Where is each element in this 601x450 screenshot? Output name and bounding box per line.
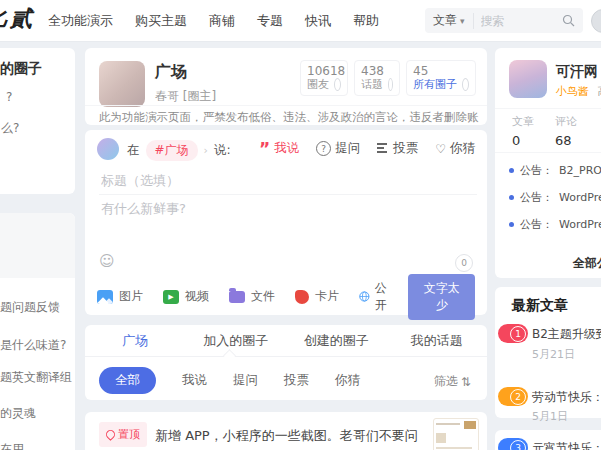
- all-circles-link[interactable]: 所有圈子: [413, 78, 457, 91]
- circle-owner[interactable]: 春哥 [圈主]: [155, 88, 216, 105]
- filter-vote[interactable]: 投票: [284, 372, 309, 389]
- mode-say[interactable]: ”我说: [259, 140, 299, 157]
- list-item[interactable]: 题问题反馈: [0, 299, 60, 316]
- attach-video-button[interactable]: ▶视频: [163, 288, 209, 305]
- stat-articles: 文章 0: [512, 114, 534, 148]
- announcement-text: WordPress B2: [559, 191, 601, 204]
- tab-plaza[interactable]: 广场: [85, 325, 186, 356]
- article-title[interactable]: 元宵节快乐：B2: [532, 440, 601, 450]
- user-avatar[interactable]: [591, 9, 601, 33]
- circles-icon: [462, 78, 469, 91]
- latest-articles-card: 最新文章 1 B2主题升级到 B2_ 5月21日 2 劳动节快乐：B2_ 5月1…: [495, 287, 601, 418]
- post-title-input[interactable]: [99, 166, 477, 195]
- nav-item-shop[interactable]: 商铺: [209, 12, 235, 30]
- sort-dropdown[interactable]: 筛选⇅: [434, 373, 471, 390]
- nav-item-news[interactable]: 快讯: [305, 12, 331, 30]
- filter-ask[interactable]: 提问: [233, 372, 258, 389]
- nav-item-special[interactable]: 专题: [257, 12, 283, 30]
- site-profile-card: 可汗网 小鸟酱 高中 文章 0 评论 68 公告： B2_PRO_3.0.0 公…: [495, 48, 601, 278]
- nav-item-buy-theme[interactable]: 购买主题: [135, 12, 187, 30]
- circle-tag[interactable]: #广场: [146, 140, 198, 161]
- filter-all[interactable]: 全部: [99, 367, 156, 394]
- stat-label: 话题: [361, 78, 383, 91]
- latest-article-item-card[interactable]: 3 元宵节快乐：B2: [495, 430, 601, 450]
- list-item[interactable]: 是什么味道?: [0, 337, 66, 354]
- bullet-icon: [509, 195, 514, 200]
- search-icon[interactable]: [562, 14, 575, 27]
- chevron-down-icon: ▾: [460, 16, 465, 26]
- level-badge: 高中: [598, 85, 601, 98]
- all-announcements-link[interactable]: 全部公告: [573, 255, 601, 272]
- rank-badge: 1: [498, 324, 528, 343]
- list-item[interactable]: 题英文翻译组: [0, 369, 72, 386]
- stat-value: 45: [413, 64, 469, 78]
- filter-guess[interactable]: 你猜: [335, 372, 360, 389]
- bullet-icon: [509, 168, 514, 173]
- rank-badge: 2: [498, 387, 528, 406]
- list-item[interactable]: 的灵魂: [0, 405, 36, 422]
- topic-post-card[interactable]: 置顶新增 APP，小程序的一些截图。老哥们不要问时间了，在抓紧弄，发布以后官网会…: [85, 412, 487, 450]
- announcement-item[interactable]: 公告： B2_PRO_3.0.0: [509, 163, 601, 178]
- announcement-text: WordPress B2: [559, 218, 601, 231]
- nav-item-demo[interactable]: 全功能演示: [48, 12, 113, 30]
- list-item[interactable]: 在用: [0, 441, 24, 450]
- char-counter: 0: [455, 254, 473, 272]
- feed-tabs: 广场 加入的圈子 创建的圈子 我的话题: [85, 325, 487, 357]
- list-item[interactable]: ?: [6, 90, 12, 104]
- composer-say: 说:: [214, 142, 231, 159]
- stat-comments: 评论 68: [555, 114, 577, 148]
- heart-icon: ♡: [435, 142, 446, 156]
- my-avatar: [97, 138, 119, 160]
- pin-icon: [104, 428, 117, 441]
- circle-avatar[interactable]: [99, 61, 145, 107]
- nav-item-help[interactable]: 帮助: [353, 12, 379, 30]
- mode-ask[interactable]: ?提问: [316, 140, 360, 157]
- article-title[interactable]: B2主题升级到 B2_: [532, 326, 601, 343]
- circle-header-card: 广场 春哥 [圈主] 10618 圈友 438 话题 45 所有圈子 此为功能演…: [85, 48, 487, 125]
- announcement-label: 公告：: [520, 163, 553, 178]
- site-logo[interactable]: 匕貳: [0, 4, 34, 34]
- attach-card-button[interactable]: 卡片: [295, 288, 339, 305]
- latest-articles-heading: 最新文章: [512, 297, 568, 315]
- site-avatar[interactable]: [509, 60, 547, 98]
- topics-icon: [388, 78, 393, 91]
- site-name[interactable]: 可汗网: [556, 63, 598, 81]
- folder-icon: [229, 291, 245, 303]
- vip-badge: 小鸟酱: [556, 85, 589, 98]
- stat-label: 圈友: [307, 78, 329, 91]
- tab-created-circles[interactable]: 创建的圈子: [286, 325, 387, 356]
- left-circles-card: 的圈子 ? 么?: [0, 48, 75, 194]
- stat-members: 10618 圈友: [300, 60, 348, 96]
- stat-all-circles: 45 所有圈子: [406, 60, 476, 96]
- stat-value: 68: [555, 133, 577, 148]
- search-input[interactable]: [473, 13, 558, 29]
- announcement-item[interactable]: 公告： WordPress B2: [509, 217, 601, 232]
- poll-icon: [377, 143, 389, 154]
- tab-joined-circles[interactable]: 加入的圈子: [186, 325, 287, 356]
- filter-say[interactable]: 我说: [182, 372, 207, 389]
- article-date: 5月21日: [532, 347, 575, 362]
- attach-image-button[interactable]: 图片: [97, 288, 143, 305]
- tab-my-topics[interactable]: 我的话题: [387, 325, 488, 356]
- visibility-dropdown[interactable]: 公开: [359, 280, 394, 314]
- quote-icon: ”: [259, 144, 270, 154]
- list-item[interactable]: 么?: [1, 120, 19, 137]
- announcement-label: 公告：: [520, 190, 553, 205]
- stat-label: 文章: [512, 114, 534, 129]
- left-topics-card: 题问题反馈 是什么味道? 题英文翻译组 的灵魂 在用: [0, 213, 75, 450]
- mode-vote[interactable]: 投票: [377, 140, 418, 157]
- emoji-icon[interactable]: ☺: [99, 252, 115, 270]
- search-category-dropdown[interactable]: 文章 ▾: [433, 12, 465, 29]
- stat-topics: 438 话题: [354, 60, 400, 96]
- mode-guess[interactable]: ♡你猜: [435, 140, 475, 157]
- submit-post-button[interactable]: 文字太少: [408, 274, 475, 320]
- article-title[interactable]: 劳动节快乐：B2_: [532, 389, 601, 406]
- attach-file-button[interactable]: 文件: [229, 288, 275, 305]
- post-thumbnail[interactable]: [433, 418, 479, 450]
- post-content-input[interactable]: [99, 198, 477, 282]
- left-card-heading: 的圈子: [0, 60, 42, 78]
- sort-arrows-icon: ⇅: [461, 375, 471, 389]
- announcement-item[interactable]: 公告： WordPress B2: [509, 190, 601, 205]
- image-icon: [97, 290, 113, 304]
- post-text[interactable]: 置顶新增 APP，小程序的一些截图。老哥们不要问时间了，在抓紧弄，发布以后官网会…: [99, 422, 429, 450]
